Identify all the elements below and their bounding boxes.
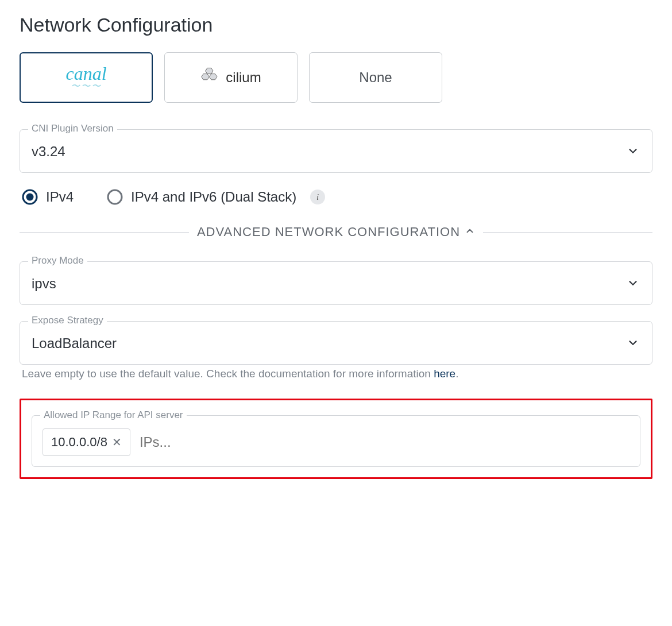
advanced-section-toggle[interactable]: ADVANCED NETWORK CONFIGURATION [20, 225, 652, 239]
allowed-ip-highlight: Allowed IP Range for API server 10.0.0.0… [20, 399, 652, 479]
expose-strategy-value: LoadBalancer [32, 335, 117, 351]
ip-chip: 10.0.0.0/8 ✕ [43, 428, 130, 456]
chevron-down-icon [627, 337, 639, 349]
radio-dual-label: IPv4 and IPv6 (Dual Stack) [131, 189, 296, 205]
radio-ipv4-label: IPv4 [46, 189, 74, 205]
proxy-mode-select[interactable]: Proxy Mode ipvs [20, 261, 652, 305]
plugin-label-cilium: cilium [226, 69, 261, 86]
svg-point-4 [26, 194, 34, 201]
cni-plugin-selector: canal 〜〜〜 cilium None [20, 52, 652, 103]
plugin-option-cilium[interactable]: cilium [164, 52, 298, 103]
canal-logo: canal 〜〜〜 [65, 64, 106, 91]
expose-strategy-hint: Leave empty to use the default value. Ch… [22, 366, 652, 382]
radio-selected-icon [22, 189, 38, 205]
proxy-mode-value: ipvs [32, 276, 56, 291]
plugin-option-none[interactable]: None [309, 52, 442, 103]
expose-strategy-select[interactable]: Expose Strategy LoadBalancer [20, 321, 652, 365]
plugin-label-none: None [359, 69, 392, 86]
advanced-header-label: ADVANCED NETWORK CONFIGURATION [197, 225, 460, 239]
cilium-icon [200, 66, 220, 89]
proxy-mode-legend: Proxy Mode [28, 255, 87, 266]
ip-chip-value: 10.0.0.0/8 [51, 435, 107, 450]
chevron-down-icon [627, 277, 639, 289]
cni-version-select[interactable]: CNI Plugin Version v3.24 [20, 129, 652, 173]
chevron-up-icon [465, 225, 475, 239]
cni-version-value: v3.24 [32, 144, 65, 159]
remove-chip-icon[interactable]: ✕ [112, 436, 122, 448]
docs-link[interactable]: here [434, 368, 455, 380]
expose-strategy-legend: Expose Strategy [28, 315, 107, 326]
cni-version-legend: CNI Plugin Version [28, 123, 117, 134]
info-icon[interactable]: i [310, 190, 325, 204]
page-title: Network Configuration [20, 14, 652, 36]
allowed-ip-field[interactable]: Allowed IP Range for API server 10.0.0.0… [32, 415, 640, 467]
svg-marker-2 [210, 74, 218, 80]
radio-unselected-icon [107, 189, 123, 205]
plugin-option-canal[interactable]: canal 〜〜〜 [20, 52, 153, 103]
svg-marker-0 [206, 68, 214, 74]
radio-dual-stack[interactable]: IPv4 and IPv6 (Dual Stack) i [107, 189, 325, 205]
radio-ipv4[interactable]: IPv4 [22, 189, 74, 205]
svg-marker-1 [202, 74, 210, 80]
allowed-ip-legend: Allowed IP Range for API server [40, 409, 187, 421]
chevron-down-icon [627, 145, 639, 157]
ip-mode-radio-group: IPv4 IPv4 and IPv6 (Dual Stack) i [22, 189, 652, 205]
allowed-ip-input[interactable] [138, 434, 629, 451]
svg-point-5 [108, 190, 122, 204]
